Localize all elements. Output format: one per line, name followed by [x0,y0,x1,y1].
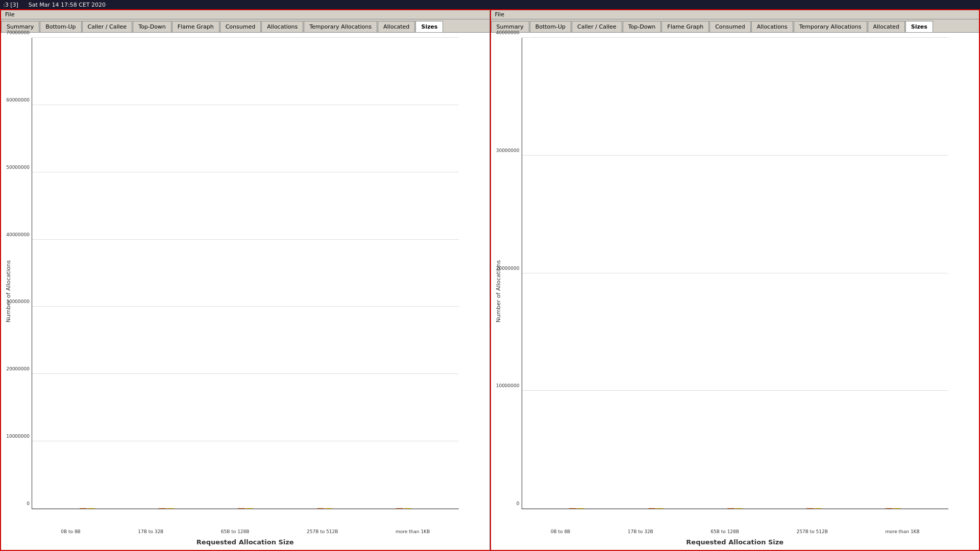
tab-allocated[interactable]: Allocated [378,21,415,32]
tab-caller-callee[interactable]: Caller / Callee [82,21,133,32]
tab-allocated[interactable]: Allocated [868,21,905,32]
tab-flame-graph[interactable]: Flame Graph [662,21,709,32]
bar-orange [648,508,655,509]
bar-orange [806,508,814,509]
left-chart-inner: 0100000002000000030000000400000005000000… [32,38,459,509]
tab-temporary-allocations[interactable]: Temporary Allocations [304,21,377,32]
bar-group [569,508,584,509]
bar-yellow [656,508,664,509]
datetime-label: Sat Mar 14 17:58 CET 2020 [29,2,106,8]
y-axis-label: 0 [517,501,520,506]
tab-allocations[interactable]: Allocations [261,21,303,32]
left-chart-area: 0100000002000000030000000400000005000000… [1,33,489,550]
x-axis-label: more than 1KB [885,529,919,534]
y-axis-label: 60000000 [6,97,30,103]
right-y-axis-title: Number of Allocations [495,260,502,322]
tab-top-down[interactable]: Top-Down [133,21,172,32]
bar-group [727,508,743,509]
y-axis-label: 30000000 [496,148,520,153]
left-menu-bar: File [1,10,489,19]
tab-bottom-up[interactable]: Bottom-Up [40,21,81,32]
bar-group [159,508,174,509]
y-axis-label: 10000000 [496,383,520,388]
left-x-labels: 0B to 8B17B to 32B65B to 128B257B to 512… [32,529,459,534]
y-axis-label: 0 [27,501,30,506]
right-file-menu[interactable]: File [493,11,506,18]
tab-sizes[interactable]: Sizes [415,21,443,32]
bar-group [886,508,901,509]
left-bars [32,38,459,509]
x-axis-label: 17B to 32B [628,529,653,534]
bar-group [806,508,822,509]
tab-consumed[interactable]: Consumed [709,21,751,32]
tab-temporary-allocations[interactable]: Temporary Allocations [794,21,867,32]
tab-caller-callee[interactable]: Caller / Callee [572,21,622,32]
bar-yellow [88,508,95,509]
x-axis-label: more than 1KB [396,529,430,534]
tab-sizes[interactable]: Sizes [905,21,933,32]
right-x-labels: 0B to 8B17B to 32B65B to 128B257B to 512… [522,529,949,534]
right-tab-bar: SummaryBottom-UpCaller / CalleeTop-DownF… [491,19,979,33]
y-axis-label: 70000000 [6,30,30,35]
bar-yellow [167,508,174,509]
x-axis-label: 65B to 128B [710,529,739,534]
y-axis-label: 40000000 [6,232,30,237]
tab-bottom-up[interactable]: Bottom-Up [530,21,571,32]
bar-yellow [815,508,822,509]
y-axis-label: 10000000 [6,434,30,439]
x-axis-label: 0B to 8B [61,529,81,534]
tab-consumed[interactable]: Consumed [220,21,261,32]
x-axis-label: 257B to 512B [307,529,338,534]
bar-orange [80,508,87,509]
x-axis-label: 257B to 512B [796,529,827,534]
bar-group [317,508,332,509]
title-bar: :3 [3] Sat Mar 14 17:58 CET 2020 [0,0,980,9]
bar-orange [886,508,893,509]
tab-top-down[interactable]: Top-Down [623,21,662,32]
bar-yellow [894,508,901,509]
right-bars [522,38,949,509]
main-container: File SummaryBottom-UpCaller / CalleeTop-… [0,9,980,551]
bar-yellow [404,508,411,509]
left-tab-bar: SummaryBottom-UpCaller / CalleeTop-DownF… [1,19,489,33]
bar-yellow [325,508,332,509]
right-menu-bar: File [491,10,979,19]
bar-orange [727,508,734,509]
bar-yellow [577,508,584,509]
x-axis-label: 0B to 8B [551,529,571,534]
y-axis-label: 50000000 [6,165,30,170]
x-axis-label: 17B to 32B [138,529,163,534]
bar-orange [159,508,166,509]
bar-orange [238,508,245,509]
right-chart-area: 010000000200000003000000040000000 0B to … [491,33,979,550]
y-axis-label: 20000000 [6,366,30,371]
tab-allocations[interactable]: Allocations [751,21,793,32]
left-file-menu[interactable]: File [3,11,16,18]
x-axis-label: 65B to 128B [221,529,250,534]
right-panel: File SummaryBottom-UpCaller / CalleeTop-… [490,9,981,551]
bar-orange [396,508,403,509]
pid-label: :3 [3] [3,2,18,8]
left-x-axis-title: Requested Allocation Size [197,538,294,546]
bar-orange [317,508,324,509]
bar-group [238,508,253,509]
bar-yellow [736,508,743,509]
bar-group [80,508,95,509]
left-panel: File SummaryBottom-UpCaller / CalleeTop-… [0,9,490,551]
y-axis-label: 40000000 [496,30,520,35]
tab-flame-graph[interactable]: Flame Graph [172,21,219,32]
bar-group [396,508,411,509]
bar-orange [569,508,576,509]
right-chart-inner: 010000000200000003000000040000000 0B to … [522,38,949,509]
bar-yellow [246,508,253,509]
right-x-axis-title: Requested Allocation Size [686,538,783,546]
left-y-axis-title: Number of Allocations [5,260,12,322]
bar-group [648,508,664,509]
